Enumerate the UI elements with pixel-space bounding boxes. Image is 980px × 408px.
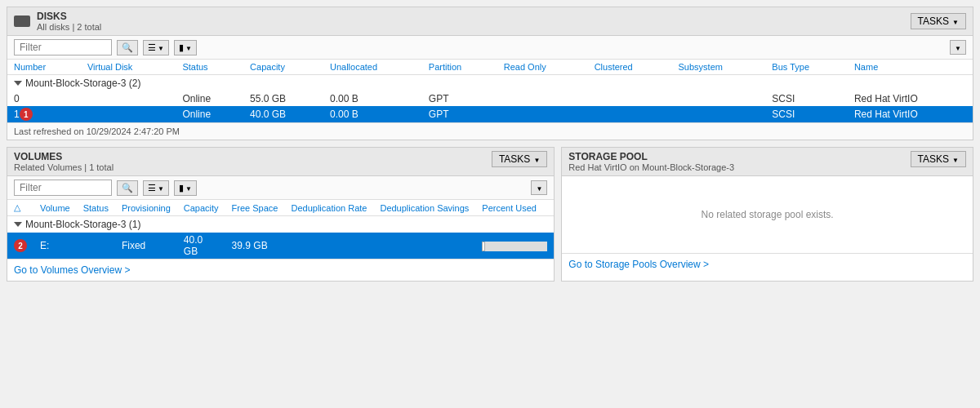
vol-col-warning[interactable]: △: [7, 200, 33, 216]
view-chevron-icon: [158, 42, 164, 52]
column-chevron-icon: [185, 42, 192, 52]
col-readonly[interactable]: Read Only: [497, 60, 588, 75]
col-subsystem[interactable]: Subsystem: [672, 60, 766, 75]
cell-partition: GPT: [422, 91, 497, 106]
cell-capacity: 40.0 GB: [177, 233, 225, 259]
cell-capacity: 55.0 GB: [243, 91, 323, 106]
vol-col-chevron-icon: [185, 183, 192, 193]
vol-col-percent-used[interactable]: Percent Used: [475, 200, 554, 216]
bottom-panels: VOLUMES Related Volumes | 1 total TASKS …: [7, 147, 973, 282]
badge-2: 2: [14, 239, 27, 252]
vol-col-capacity[interactable]: Capacity: [177, 200, 225, 216]
cell-provisioning: Fixed: [115, 233, 177, 259]
volumes-panel: VOLUMES Related Volumes | 1 total TASKS …: [7, 147, 555, 282]
cell-volume: E:: [33, 233, 77, 259]
storage-pool-title: STORAGE POOL: [568, 151, 734, 162]
cell-status: Online: [176, 106, 243, 122]
disks-expand-button[interactable]: [950, 40, 966, 55]
cell-bus-type: SCSI: [765, 106, 848, 122]
disks-filter-bar: 🔍 ☰ ▮: [7, 36, 973, 60]
disks-tasks-button[interactable]: TASKS: [911, 13, 966, 29]
vol-group-triangle-icon: [14, 222, 22, 227]
volumes-filter-input[interactable]: [14, 180, 112, 196]
cell-bus-type: SCSI: [765, 91, 848, 106]
volumes-title: VOLUMES: [14, 151, 114, 162]
tasks-chevron-icon: [952, 16, 959, 27]
vol-col-provisioning[interactable]: Provisioning: [115, 200, 177, 216]
vol-col-volume[interactable]: Volume: [33, 200, 77, 216]
cell-dedup-savings: [373, 233, 475, 259]
disks-filter-input[interactable]: [14, 39, 112, 55]
disks-header: DISKS All disks | 2 total TASKS: [7, 7, 973, 36]
cell-number: 0: [7, 91, 81, 106]
sp-tasks-chevron-icon: [952, 153, 959, 165]
col-partition[interactable]: Partition: [422, 60, 497, 75]
volumes-goto-link[interactable]: Go to Volumes Overview >: [7, 259, 554, 281]
badge-1: 1: [20, 108, 33, 121]
disks-subtitle: All disks | 2 total: [37, 22, 101, 32]
col-number[interactable]: Number: [7, 60, 81, 75]
volumes-expand-button[interactable]: [531, 180, 547, 195]
cell-clustered: [588, 106, 672, 122]
cell-number: 11: [7, 106, 81, 122]
cell-subsystem: [672, 91, 766, 106]
col-capacity[interactable]: Capacity: [243, 60, 323, 75]
disks-search-button[interactable]: 🔍: [117, 40, 138, 55]
cell-warning: 2: [7, 233, 33, 259]
storage-pool-header: STORAGE POOL Red Hat VirtIO on Mount-Blo…: [562, 148, 973, 176]
storage-pool-panel: STORAGE POOL Red Hat VirtIO on Mount-Blo…: [561, 147, 973, 282]
disks-view-button[interactable]: ☰: [143, 40, 169, 55]
cell-percent-used: [475, 233, 554, 259]
cell-capacity: 40.0 GB: [243, 106, 323, 122]
volumes-filter-bar: 🔍 ☰ ▮: [7, 176, 554, 200]
col-virtual-disk[interactable]: Virtual Disk: [81, 60, 176, 75]
volumes-table-header-row: △ Volume Status Provisioning Capacity Fr…: [7, 200, 554, 216]
table-row[interactable]: 11 Online 40.0 GB 0.00 B GPT SCSI Red Ha…: [7, 106, 973, 122]
storage-pool-tasks-button[interactable]: TASKS: [911, 151, 966, 167]
volumes-tasks-button[interactable]: TASKS: [492, 151, 547, 167]
vol-view-chevron-icon: [158, 183, 164, 193]
disks-table: Number Virtual Disk Status Capacity Unal…: [7, 60, 973, 122]
cell-clustered: [588, 91, 672, 106]
volumes-header: VOLUMES Related Volumes | 1 total TASKS: [7, 148, 554, 176]
table-row[interactable]: 0 Online 55.0 GB 0.00 B GPT SCSI Red Hat…: [7, 91, 973, 106]
percent-used-bar: [482, 242, 547, 251]
volumes-view-button[interactable]: ☰: [143, 180, 169, 196]
volumes-table: △ Volume Status Provisioning Capacity Fr…: [7, 200, 554, 259]
vol-col-dedup-savings[interactable]: Deduplication Savings: [373, 200, 475, 216]
table-row[interactable]: 2 E: Fixed 40.0 GB 39.9 GB: [7, 233, 554, 259]
vol-col-freespace[interactable]: Free Space: [225, 200, 285, 216]
volumes-search-button[interactable]: 🔍: [117, 180, 138, 196]
volumes-group-row[interactable]: Mount-Block-Storage-3 (1): [7, 216, 554, 233]
disks-title-block: DISKS All disks | 2 total: [37, 11, 101, 32]
col-name[interactable]: Name: [848, 60, 973, 75]
vol-col-status[interactable]: Status: [77, 200, 115, 216]
expand-chevron-icon: [955, 42, 961, 52]
col-status[interactable]: Status: [176, 60, 243, 75]
group-triangle-icon: [14, 81, 22, 86]
col-unallocated[interactable]: Unallocated: [323, 60, 422, 75]
disks-table-header-row: Number Virtual Disk Status Capacity Unal…: [7, 60, 973, 75]
disks-title: DISKS: [37, 11, 101, 22]
storage-pool-subtitle: Red Hat VirtIO on Mount-Block-Storage-3: [568, 162, 734, 172]
col-clustered[interactable]: Clustered: [588, 60, 672, 75]
disks-header-left: DISKS All disks | 2 total: [14, 11, 101, 32]
cell-name: Red Hat VirtIO: [848, 106, 973, 122]
vol-col-dedup-rate[interactable]: Deduplication Rate: [284, 200, 373, 216]
cell-unallocated: 0.00 B: [323, 91, 422, 106]
cell-virtual-disk: [81, 91, 176, 106]
disks-last-refreshed: Last refreshed on 10/29/2024 2:47:20 PM: [7, 122, 973, 140]
col-bus-type[interactable]: Bus Type: [765, 60, 848, 75]
cell-name: Red Hat VirtIO: [848, 91, 973, 106]
cell-dedup-rate: [284, 233, 373, 259]
volumes-column-button[interactable]: ▮: [174, 180, 197, 196]
storage-pool-no-related: No related storage pool exists.: [562, 176, 973, 253]
cell-status: [77, 233, 115, 259]
disk-icon: [14, 16, 30, 27]
cell-free-space: 39.9 GB: [225, 233, 285, 259]
storage-pool-goto-link[interactable]: Go to Storage Pools Overview >: [562, 253, 973, 275]
cell-status: Online: [176, 91, 243, 106]
disks-group-row[interactable]: Mount-Block-Storage-3 (2): [7, 75, 973, 92]
disks-column-button[interactable]: ▮: [174, 40, 197, 55]
vol-expand-chevron-icon: [536, 183, 542, 193]
